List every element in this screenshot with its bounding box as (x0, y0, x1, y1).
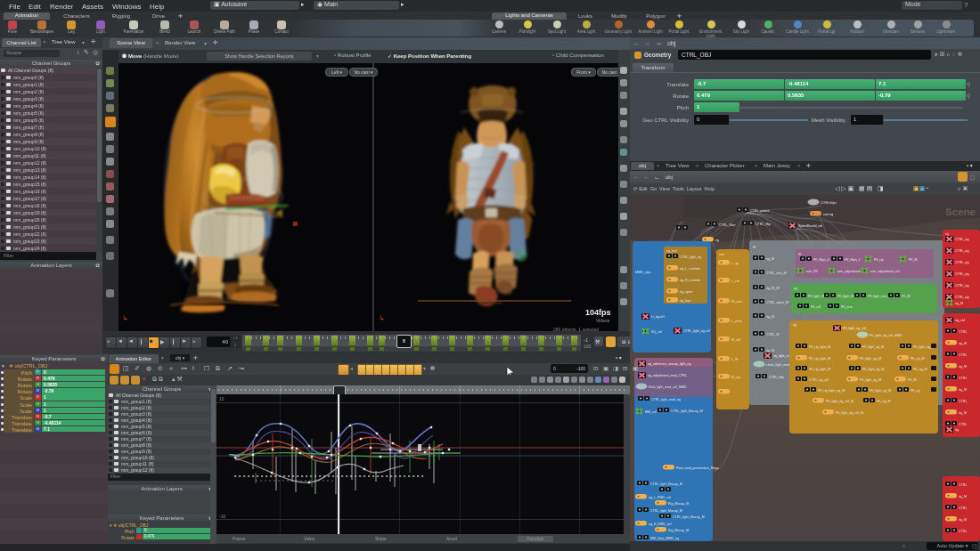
svg-text:rig_L_controls: rig_L_controls (680, 267, 700, 271)
svg-text:FK_light_M: FK_light_M (837, 295, 853, 298)
svg-text:CTRL_M: CTRL_M (766, 333, 779, 336)
svg-text:rig_reference_mocap_light_rig: rig_reference_mocap_light_rig (648, 362, 691, 366)
svg-text:CTRL_light_rig: CTRL_light_rig (680, 255, 701, 259)
svg-text:FK_light_rig_ctrl_MMD: FK_light_rig_ctrl_MMD (870, 334, 902, 337)
svg-text:CTRL_rig: CTRL_rig (955, 296, 968, 299)
svg-text:CTRL_light_mod_rig: CTRL_light_mod_rig (651, 398, 681, 401)
svg-text:FK_light_M: FK_light_M (808, 295, 824, 298)
svg-text:CTRL: CTRL (959, 330, 967, 334)
svg-text:FK_rig_light_M: FK_rig_light_M (809, 345, 830, 349)
svg-text:IK_ctrl: IK_ctrl (731, 338, 740, 342)
svg-text:rig_M: rig_M (959, 495, 967, 498)
svg-text:rig_IK: rig_IK (766, 315, 775, 319)
svg-text:rig_M: rig_M (959, 518, 967, 522)
svg-text:FK_M: FK_M (908, 378, 917, 382)
svg-text:COM chips: COM chips (821, 201, 837, 205)
svg-text:FK_rig: FK_rig (911, 389, 920, 393)
svg-text:L_wrist: L_wrist (731, 320, 741, 323)
svg-text:CTRL_parent: CTRL_parent (750, 209, 770, 213)
svg-text:SpineShould_ctrl: SpineShould_ctrl (798, 224, 822, 228)
svg-text:Root_light_mod_ctrl_MMD: Root_light_mod_ctrl_MMD (649, 385, 687, 389)
svg-text:rig_M: rig_M (959, 411, 967, 415)
svg-text:rig_M: rig_M (959, 388, 967, 392)
svg-text:CTRL_spine_M: CTRL_spine_M (766, 301, 788, 304)
svg-text:FK_light_rig_M: FK_light_rig_M (862, 368, 884, 371)
svg-text:rig_foot: rig_foot (680, 299, 690, 303)
svg-text:CTRL: CTRL (959, 530, 967, 533)
svg-text:FK_light_rig_M: FK_light_rig_M (860, 378, 881, 382)
svg-text:arm_FK: arm_FK (806, 270, 818, 273)
svg-text:CTRL: CTRL (959, 377, 967, 380)
svg-text:Scene: Scene (945, 207, 976, 217)
svg-text:FK_light_rig_M: FK_light_rig_M (862, 345, 884, 349)
svg-text:CTRL_Hip: CTRL_Hip (755, 223, 771, 226)
svg-text:FK_light_rig_M: FK_light_rig_M (860, 357, 881, 361)
svg-text:FK_Hips_0: FK_Hips_0 (813, 258, 829, 262)
svg-text:FK_rig_light_rig_M: FK_rig_light_rig_M (818, 389, 845, 393)
svg-text:rig: rig (715, 239, 719, 242)
svg-text:CTRL_rig: CTRL_rig (955, 249, 968, 253)
svg-text:CTRL: CTRL (959, 423, 967, 426)
svg-text:MM_ctrl: MM_ctrl (645, 410, 657, 414)
svg-text:rig_M: rig_M (959, 342, 967, 345)
svg-text:FK_M: FK_M (909, 258, 918, 262)
svg-text:CTRL_rig: CTRL_rig (955, 284, 968, 288)
svg-text:Li_rig.ctrl: Li_rig.ctrl (651, 315, 665, 319)
svg-text:CTRL: CTRL (959, 506, 967, 510)
svg-text:FK_rig_light_M: FK_rig_light_M (809, 368, 830, 371)
svg-text:IK_rig: IK_rig (731, 376, 739, 379)
svg-text:rig_M: rig_M (766, 257, 774, 261)
svg-text:CTRL: CTRL (959, 483, 967, 487)
svg-text:L_rig: L_rig (731, 262, 739, 265)
svg-text:IK: IK (798, 253, 802, 256)
svg-text:FK_rig_M: FK_rig_M (877, 400, 891, 403)
svg-text:CTRL: CTRL (959, 400, 967, 403)
svg-text:FK_M: FK_M (902, 295, 911, 298)
svg-text:rig_light_ctrl: rig_light_ctrl (773, 354, 791, 358)
svg-text:L_IK: L_IK (731, 358, 739, 361)
svg-text:FK_light_rig_ctrl_M: FK_light_rig_ctrl_M (826, 400, 853, 403)
svg-text:FK_Hips_1: FK_Hips_1 (845, 258, 861, 262)
svg-text:rig_R_controls: rig_R_controls (680, 279, 700, 282)
svg-text:IK: IK (753, 246, 756, 249)
svg-text:Rig_Mocap_M: Rig_Mocap_M (668, 529, 689, 532)
svg-text:arm_adjustment_ctrl: arm_adjustment_ctrl (870, 270, 900, 273)
svg-text:FK_arm: FK_arm (841, 305, 853, 309)
svg-text:CTRL_Hip: CTRL_Hip (769, 376, 784, 379)
svg-text:rig_IK: rig_IK (766, 349, 775, 352)
svg-text:CTRL_Size: CTRL_Size (719, 223, 735, 227)
svg-text:FK_light_rig_M: FK_light_rig_M (870, 389, 891, 393)
svg-text:arm_adjustment: arm_adjustment (837, 270, 861, 273)
svg-text:CTRL_rig: CTRL_rig (955, 272, 968, 276)
svg-text:CTRL_light_Mocap_M: CTRL_light_Mocap_M (650, 482, 682, 486)
svg-text:rig_M: rig_M (955, 302, 963, 305)
svg-text:CTRL_light_rig.ctrl: CTRL_light_rig.ctrl (683, 329, 710, 333)
svg-text:rig_R_FWD_ctrl: rig_R_FWD_ctrl (649, 523, 672, 526)
svg-text:CTRL_light_Mocap_M: CTRL_light_Mocap_M (671, 409, 703, 413)
svg-text:CTRL_rig_ctrl: CTRL_rig_ctrl (809, 378, 829, 382)
svg-text:rig_ctrl: rig_ctrl (955, 319, 965, 322)
svg-text:rig_M: rig_M (959, 365, 967, 369)
svg-text:FK_rig_M: FK_rig_M (911, 357, 925, 361)
svg-text:CTRL_arm_M: CTRL_arm_M (766, 271, 787, 275)
svg-text:L_ctrl: L_ctrl (731, 280, 739, 283)
svg-text:rig_L_FWD_ctrl: rig_L_FWD_ctrl (649, 496, 671, 499)
svg-text:rig_adjustment_mod_CTRL: rig_adjustment_mod_CTRL (648, 374, 687, 377)
svg-text:rig_IK_M: rig_IK_M (766, 287, 779, 290)
svg-text:rig_spine: rig_spine (680, 290, 693, 294)
svg-text:rig: rig (955, 428, 959, 432)
svg-text:FK_ctrl: FK_ctrl (811, 305, 821, 309)
svg-text:Rig_Mocap_M: Rig_Mocap_M (668, 502, 689, 506)
svg-text:FK_rig: FK_rig (874, 258, 884, 262)
svg-text:FK_light_arm_M: FK_light_arm_M (868, 295, 891, 298)
svg-text:Root_mod_parameters_Mega: Root_mod_parameters_Mega (676, 466, 719, 470)
svg-text:SQ_ctrl: SQ_ctrl (651, 330, 662, 334)
svg-text:IK_arm: IK_arm (731, 300, 742, 304)
svg-text:MM_Data_MMD_rig: MM_Data_MMD_rig (650, 537, 679, 540)
svg-text:FK_light_rig_ctrl: FK_light_rig_ctrl (843, 327, 866, 330)
svg-text:FK_rig_light_M: FK_rig_light_M (809, 357, 830, 361)
svg-text:FK_light_rig_ctrl_M: FK_light_rig_ctrl_M (836, 411, 863, 415)
svg-text:CTRL_rig: CTRL_rig (955, 261, 968, 264)
svg-text:FK_rig_M: FK_rig_M (913, 368, 927, 371)
svg-text:chain_light_mod: chain_light_mod (766, 363, 789, 367)
